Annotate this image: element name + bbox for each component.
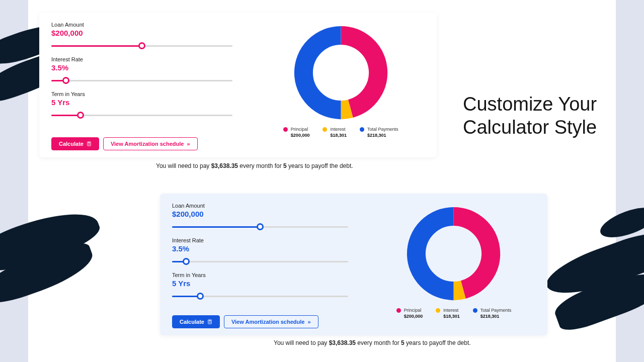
legend-dot xyxy=(396,308,401,313)
legend-item-total: Total Payments $218,301 xyxy=(473,308,512,319)
calculator-icon xyxy=(207,319,212,324)
view-amortization-label: View Amortization schedule xyxy=(111,141,184,147)
svg-point-2 xyxy=(88,144,89,144)
interest-rate-slider[interactable] xyxy=(51,77,232,85)
chart-legend: Principal $200,000 Interest $18,301 Tota… xyxy=(283,127,398,138)
legend-label: Principal xyxy=(404,308,423,314)
legend-item-interest: Interest $18,301 xyxy=(323,127,347,138)
loan-amount-slider[interactable] xyxy=(51,42,232,50)
interest-rate-value: 3.5% xyxy=(172,244,348,253)
legend-dot xyxy=(323,127,327,132)
loan-amount-field: Loan Amount $200,000 xyxy=(172,203,348,231)
svg-point-3 xyxy=(89,144,89,144)
chart-legend: Principal $200,000 Interest $18,301 Tota… xyxy=(396,308,512,319)
loan-amount-slider[interactable] xyxy=(172,223,348,231)
legend-dot xyxy=(473,308,477,313)
term-years-label: Term in Years xyxy=(172,272,348,278)
slider-panel: Loan Amount $200,000 Interest Rate 3.5% … xyxy=(160,194,360,335)
section-heading: Customize YourCalculator Style xyxy=(463,93,597,139)
view-amortization-label: View Amortization schedule xyxy=(231,319,304,325)
legend-item-total: Total Payments $218,301 xyxy=(360,127,398,138)
chevron-double-right-icon: » xyxy=(307,319,310,325)
loan-amount-label: Loan Amount xyxy=(172,203,348,209)
loan-calculator-pink: Loan Amount $200,000 Interest Rate 3.5% … xyxy=(39,13,437,157)
term-years-value: 5 Yrs xyxy=(172,279,348,288)
interest-rate-label: Interest Rate xyxy=(51,56,232,62)
term-years-value: 5 Yrs xyxy=(51,98,232,107)
calculate-button-label: Calculate xyxy=(59,141,84,147)
svg-point-7 xyxy=(90,145,90,145)
svg-rect-9 xyxy=(209,320,211,321)
legend-value: $218,301 xyxy=(480,314,512,320)
interest-rate-slider[interactable] xyxy=(172,258,348,266)
svg-rect-1 xyxy=(88,142,90,143)
svg-point-13 xyxy=(209,323,209,323)
loan-amount-label: Loan Amount xyxy=(51,22,232,28)
svg-point-10 xyxy=(209,322,209,322)
legend-value: $200,000 xyxy=(404,314,423,320)
loan-amount-field: Loan Amount $200,000 xyxy=(51,22,232,50)
svg-point-12 xyxy=(210,322,211,322)
term-years-field: Term in Years 5 Yrs xyxy=(51,91,232,120)
calculate-button[interactable]: Calculate xyxy=(51,137,99,150)
interest-rate-value: 3.5% xyxy=(51,63,232,72)
loan-amount-value: $200,000 xyxy=(51,29,232,37)
svg-point-14 xyxy=(209,323,210,323)
legend-dot xyxy=(283,127,288,132)
term-years-slider[interactable] xyxy=(172,293,348,301)
legend-item-principal: Principal $200,000 xyxy=(396,308,423,319)
svg-point-5 xyxy=(88,145,89,145)
term-years-label: Term in Years xyxy=(51,91,232,97)
chart-panel: Principal $200,000 Interest $18,301 Tota… xyxy=(360,194,547,335)
legend-value: $18,301 xyxy=(443,314,460,320)
svg-point-11 xyxy=(209,322,210,322)
calculate-button[interactable]: Calculate xyxy=(172,315,220,328)
chart-panel: Principal $200,000 Interest $18,301 Tota… xyxy=(245,13,437,157)
legend-label: Principal xyxy=(291,127,310,133)
interest-rate-label: Interest Rate xyxy=(172,237,348,243)
calculator-icon xyxy=(87,141,92,146)
legend-label: Total Payments xyxy=(480,308,512,314)
term-years-field: Term in Years 5 Yrs xyxy=(172,272,348,301)
interest-rate-field: Interest Rate 3.5% xyxy=(172,237,348,266)
interest-rate-field: Interest Rate 3.5% xyxy=(51,56,232,85)
svg-point-15 xyxy=(210,323,211,323)
view-amortization-button[interactable]: View Amortization schedule » xyxy=(103,137,198,150)
payment-summary: You will need to pay $3,638.35 every mon… xyxy=(156,162,353,169)
svg-point-6 xyxy=(89,145,89,145)
view-amortization-button[interactable]: View Amortization schedule » xyxy=(224,315,318,328)
legend-label: Total Payments xyxy=(367,127,398,133)
legend-dot xyxy=(360,127,364,132)
legend-value: $18,301 xyxy=(330,133,347,139)
svg-point-4 xyxy=(90,144,90,144)
payment-summary: You will need to pay $3,638.35 every mon… xyxy=(274,339,471,346)
legend-label: Interest xyxy=(330,127,347,133)
legend-value: $218,301 xyxy=(367,133,398,139)
legend-value: $200,000 xyxy=(291,133,310,139)
donut-chart xyxy=(405,205,503,303)
donut-chart xyxy=(292,24,390,122)
legend-item-interest: Interest $18,301 xyxy=(436,308,460,319)
loan-amount-value: $200,000 xyxy=(172,210,348,218)
legend-item-principal: Principal $200,000 xyxy=(283,127,310,138)
slider-panel: Loan Amount $200,000 Interest Rate 3.5% … xyxy=(39,13,245,157)
term-years-slider[interactable] xyxy=(51,112,232,120)
legend-label: Interest xyxy=(443,308,460,314)
calculate-button-label: Calculate xyxy=(180,319,204,325)
chevron-double-right-icon: » xyxy=(187,141,190,147)
loan-calculator-blue: Loan Amount $200,000 Interest Rate 3.5% … xyxy=(160,194,547,335)
legend-dot xyxy=(436,308,440,313)
